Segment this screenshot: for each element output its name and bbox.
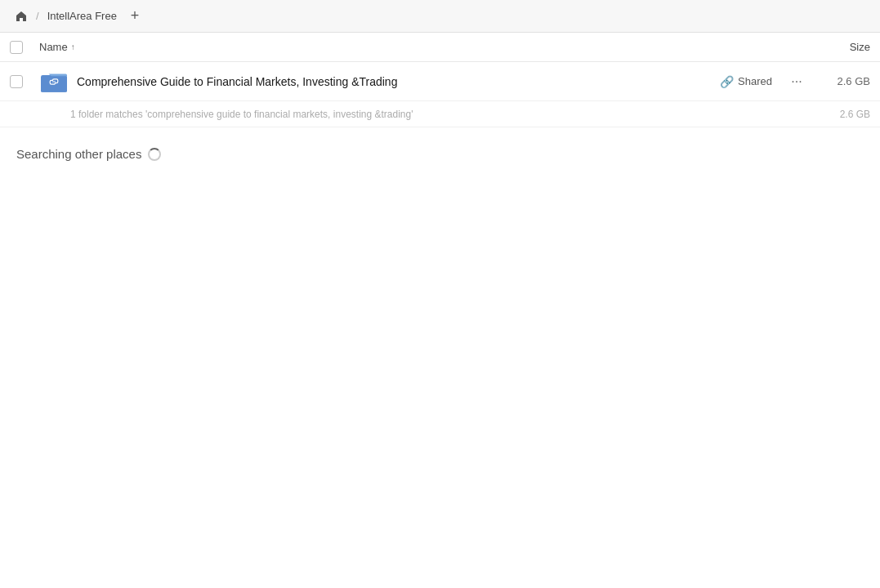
searching-label: Searching other places bbox=[16, 147, 141, 161]
name-column-header[interactable]: Name ↑ bbox=[39, 41, 75, 53]
name-column-label: Name bbox=[39, 41, 68, 53]
row-checkbox[interactable] bbox=[10, 75, 23, 88]
searching-section: Searching other places bbox=[0, 127, 880, 161]
file-name: Comprehensive Guide to Financial Markets… bbox=[77, 75, 720, 88]
column-header: Name ↑ Size bbox=[0, 33, 880, 62]
row-checkbox-col bbox=[10, 75, 39, 88]
breadcrumb-separator: / bbox=[36, 10, 39, 22]
home-icon bbox=[15, 10, 28, 23]
header-checkbox-col bbox=[10, 41, 39, 54]
top-bar: / IntellArea Free + bbox=[0, 0, 880, 33]
shared-badge: 🔗 Shared bbox=[720, 75, 772, 88]
sort-arrow-icon: ↑ bbox=[71, 42, 75, 51]
add-tab-button[interactable]: + bbox=[125, 7, 145, 26]
folder-icon bbox=[39, 67, 69, 96]
breadcrumb-app[interactable]: IntellArea Free bbox=[42, 8, 122, 24]
match-info-text: 1 folder matches 'comprehensive guide to… bbox=[70, 109, 821, 120]
file-row[interactable]: Comprehensive Guide to Financial Markets… bbox=[0, 62, 880, 101]
link-icon: 🔗 bbox=[720, 75, 734, 88]
home-button[interactable] bbox=[10, 5, 33, 28]
size-column-header: Size bbox=[850, 41, 870, 53]
loading-spinner bbox=[148, 148, 161, 161]
folder-icon-svg bbox=[41, 69, 67, 95]
match-info-row: 1 folder matches 'comprehensive guide to… bbox=[0, 101, 880, 127]
more-options-icon: ··· bbox=[791, 74, 802, 89]
match-info-size: 2.6 GB bbox=[821, 109, 870, 120]
more-options-button[interactable]: ··· bbox=[785, 70, 808, 93]
file-size: 2.6 GB bbox=[821, 75, 870, 87]
shared-label: Shared bbox=[738, 75, 772, 87]
select-all-checkbox[interactable] bbox=[10, 41, 23, 54]
